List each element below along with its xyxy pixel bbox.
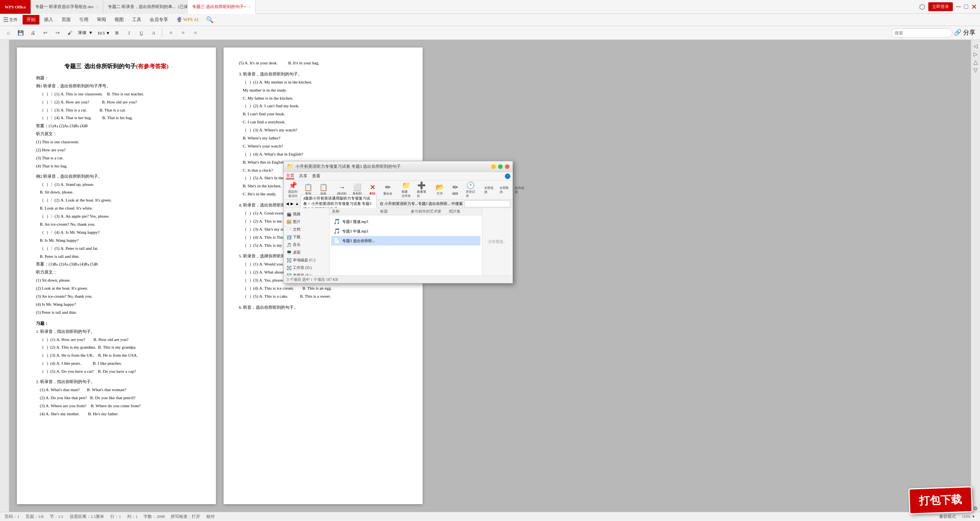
fm-menu-home[interactable]: 主页 — [286, 173, 294, 179]
fm-btn-open[interactable]: 📂 打开 — [433, 183, 447, 197]
fm-col-artist: 参与创作的艺术家 — [411, 209, 449, 214]
toolbar-align-right[interactable]: ≡ — [190, 28, 201, 38]
toolbar-underline[interactable]: U — [136, 28, 147, 38]
tab-0[interactable]: 专题一 听录音选出字母组合.doc× — [31, 0, 103, 14]
toolbar-format-painter[interactable]: 🖌 — [64, 28, 75, 38]
toolbar-font-size[interactable]: 10.5 ▼ — [97, 31, 110, 35]
ex2-item3b: B. An ice-cream? No, thank you. — [40, 220, 197, 228]
fm-file3-name: 专题3 选出你所听... — [342, 238, 375, 244]
fm-menu-view[interactable]: 查看 — [312, 173, 320, 179]
right-sidebar-icon5[interactable]: ⚙ — [973, 505, 978, 512]
toolbar-redo[interactable]: ↪ — [52, 28, 63, 38]
fm-btn-new-item[interactable]: ➕ 新建项目 — [415, 181, 428, 199]
fm-btn-history[interactable]: 🕐 历史记录 — [464, 181, 477, 199]
menu-ai[interactable]: 🔮 WPS AI — [173, 15, 202, 24]
toolbar-align-center[interactable]: ≡ — [178, 28, 188, 38]
fm-new-folder-label: 新建文件夹 — [402, 190, 411, 198]
menu-start[interactable]: 开始 — [23, 15, 39, 25]
toolbar-font-name[interactable]: 宋体 ▼ — [78, 30, 93, 36]
toolbar-undo[interactable]: ↩ — [40, 28, 51, 38]
toolbar-italic[interactable]: I — [124, 28, 134, 38]
fm-btn-new-folder[interactable]: 📁 新建文件夹 — [399, 181, 413, 199]
toolbar-home[interactable]: ⌂ — [3, 28, 14, 38]
fm-new-item-icon: ➕ — [417, 182, 426, 189]
fm-sidebar-disk-d[interactable]: 💽 工作室 (D:) — [284, 264, 329, 272]
menu-vip[interactable]: 会员专享 — [146, 15, 172, 25]
fm-btn-edit[interactable]: ✏ 编辑 — [448, 183, 462, 197]
fm-sidebar-disk-e[interactable]: 💽 老师盘 (E:) — [284, 272, 329, 275]
fm-sidebar-picture[interactable]: 🖼️ 图片 — [284, 218, 329, 226]
page1-title-suffix: (有参考答案) — [136, 63, 168, 69]
fm-maximize-btn[interactable] — [498, 164, 503, 169]
fm-sidebar-video[interactable]: 🎬 视频 — [284, 210, 329, 218]
hamburger-icon[interactable]: ☰ — [3, 16, 8, 23]
search-icon[interactable]: 🔍 — [206, 16, 214, 23]
fm-file-item-2[interactable]: 🎵 专题3 中速.mp3 — [331, 226, 480, 236]
fm-sidebar-music[interactable]: 🎵 音乐 — [284, 241, 329, 249]
download-badge[interactable]: 打包下载 — [908, 486, 973, 514]
tab-close-2[interactable]: × — [248, 5, 251, 9]
maximize-icon[interactable]: □ — [964, 3, 968, 11]
toolbar-align-left[interactable]: ≡ — [165, 28, 176, 38]
fm-preview-panel: 没有预览。 — [482, 208, 513, 275]
right-sidebar-icon1[interactable]: ◁ — [973, 43, 978, 49]
fm-help-btn[interactable]: ? — [505, 174, 510, 179]
fm-file-item-3[interactable]: 📄 专题3 选出你所听... — [331, 236, 480, 246]
fm-btn-pin[interactable]: 📌 固定到速访问 — [286, 181, 300, 199]
fm-close-btn[interactable] — [505, 164, 510, 169]
menu-reference[interactable]: 引用 — [75, 15, 92, 25]
right-sidebar-icon4[interactable]: ▽ — [973, 67, 978, 74]
right-sidebar-icon2[interactable]: ▷ — [973, 51, 978, 57]
fm-sidebar-downloads[interactable]: ⬇️ 下载 — [284, 233, 329, 241]
menu-page[interactable]: 页面 — [58, 15, 75, 25]
menu-review[interactable]: 审阅 — [93, 15, 110, 25]
fm-nav-back[interactable]: ◀ — [286, 202, 289, 206]
fm-sidebar-docs[interactable]: 📄 文档 — [284, 226, 329, 233]
fm-sidebar-downloads-label: 下载 — [293, 234, 301, 240]
share-button[interactable]: 🔗 分享 — [954, 29, 975, 37]
menu-tools[interactable]: 工具 — [128, 15, 145, 25]
fm-btn-rename[interactable]: ✏ 重命名 — [381, 183, 395, 197]
menu-file[interactable]: 文件 — [9, 17, 18, 23]
fm-music-icon: 🎵 — [287, 243, 291, 247]
status-words: 字数：2698 — [144, 514, 165, 519]
fm-nav-forward[interactable]: ▶ — [291, 202, 294, 206]
fm-sidebar-desktop[interactable]: 🖥️ 桌面 — [284, 249, 329, 256]
q6-intro: 6. 听音，选出你所听到的句子。 — [239, 303, 407, 311]
fm-nav-up[interactable]: ▲ — [295, 202, 299, 206]
toolbar-print[interactable]: 🖨 — [28, 28, 38, 38]
exq1-2: （ ）(2) A. This is my grandma. B. This is… — [40, 343, 197, 351]
listen-label1: 听力原文： — [36, 130, 197, 138]
menu-view[interactable]: 视图 — [111, 15, 127, 25]
fm-file-item-1[interactable]: 🎵 专题3 慢速.mp3 — [331, 217, 480, 226]
tab-2[interactable]: 专题三 选出你所听到的句子+× — [188, 0, 256, 14]
tab-close-0[interactable]: × — [96, 5, 98, 9]
toolbar-save[interactable]: 💾 — [15, 28, 26, 38]
exq2-2: (2) A. Do you like that pen? B. Do you l… — [40, 394, 197, 402]
close-icon[interactable]: ✕ — [971, 3, 977, 11]
fm-minimize-btn[interactable] — [491, 164, 496, 169]
right-sidebar-icon3[interactable]: △ — [973, 59, 978, 66]
search-input[interactable] — [891, 28, 952, 38]
share-icon[interactable]: ⬡ — [919, 3, 925, 11]
toolbar-color[interactable]: A — [148, 28, 159, 38]
tab-1[interactable]: 专题二 听录音，选出你所听到的单...（已保存）× — [103, 0, 188, 14]
fm-btn-select-all[interactable]: 全部选择 — [482, 185, 496, 195]
minimize-icon[interactable]: ─ — [956, 3, 961, 11]
fm-history-icon: 🕐 — [466, 182, 475, 189]
top-bar: WPS Office 专题一 听录音选出字母组合.doc×专题二 听录音，选出你… — [0, 0, 980, 14]
fm-menu-share[interactable]: 共享 — [299, 173, 307, 179]
login-button[interactable]: 立即登录 — [928, 2, 953, 11]
fm-col-album: 唱片集 — [449, 209, 480, 214]
ex2-item1a: （ ）〉(1) A. Stand up, please. — [40, 180, 197, 188]
toolbar-bold[interactable]: B — [111, 28, 122, 38]
menu-insert[interactable]: 插入 — [40, 15, 57, 25]
fm-btn-invert[interactable]: 反向选择 — [513, 185, 526, 195]
fm-btn-deselect[interactable]: 全部取消 — [497, 185, 511, 195]
status-view: 兼容模式 — [939, 514, 956, 519]
fm-search-input[interactable] — [464, 200, 510, 207]
fm-content-area: 🎬 视频 🖼️ 图片 📄 文档 ⬇️ 下载 🎵 音乐 🖥️ 桌面 — [284, 208, 513, 275]
fm-sidebar-disk-c[interactable]: 💽 本地磁盘 (C:) — [284, 256, 329, 264]
ex2-item2b: B. Look at the cloud. It's white. — [40, 204, 197, 212]
q3-2b: B. I can't find your book. — [243, 110, 407, 118]
